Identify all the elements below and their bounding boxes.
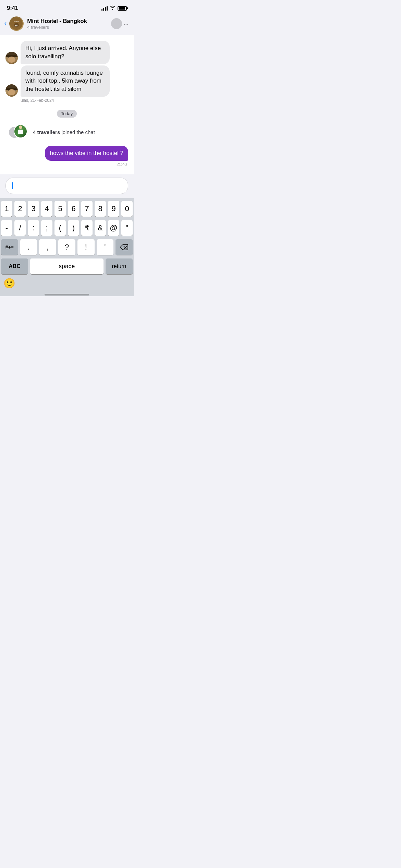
key-6[interactable]: 6	[68, 201, 79, 217]
abc-key[interactable]: ABC	[1, 258, 28, 274]
keyboard: 1 2 3 4 5 6 7 8 9 0 - / : ; ( ) ₹ & @ " …	[0, 198, 134, 276]
back-button[interactable]: ‹	[3, 19, 9, 29]
emoji-bar: 🙂	[0, 276, 134, 292]
key-hashtag[interactable]: #+=	[1, 239, 18, 255]
message-bubble-2: found, comfy cannabis lounge with roof t…	[21, 65, 110, 97]
chat-area: Hi, I just arrived. Anyone else solo tra…	[0, 35, 134, 174]
key-exclaim[interactable]: !	[77, 239, 95, 255]
joined-text: 4 travellers joined the chat	[33, 129, 95, 135]
key-9[interactable]: 9	[108, 201, 119, 217]
avatar-image: MINT M	[9, 16, 24, 31]
header-avatar[interactable]: MINT M	[9, 16, 24, 31]
key-closeparen[interactable]: )	[68, 220, 79, 236]
message-group-1: Hi, I just arrived. Anyone else solo tra…	[5, 41, 128, 64]
message-input[interactable]	[5, 178, 128, 194]
key-3[interactable]: 3	[28, 201, 39, 217]
key-period[interactable]: .	[20, 239, 37, 255]
wifi-icon	[110, 5, 116, 11]
back-chevron-icon: ‹	[4, 20, 7, 27]
table-row: Hi, I just arrived. Anyone else solo tra…	[5, 41, 128, 64]
key-rupee[interactable]: ₹	[81, 220, 93, 236]
home-indicator-area	[0, 292, 134, 296]
keyboard-row-numbers: 1 2 3 4 5 6 7 8 9 0	[1, 201, 133, 217]
home-bar	[45, 294, 89, 296]
message-bubble-1: Hi, I just arrived. Anyone else solo tra…	[21, 41, 110, 64]
key-at[interactable]: @	[108, 220, 119, 236]
message-group-2: found, comfy cannabis lounge with roof t…	[5, 65, 128, 103]
emoji-button[interactable]: 🙂	[3, 278, 15, 289]
table-row: hows the vibe in the hostel ?	[5, 146, 128, 161]
status-bar: 9:41	[0, 0, 134, 14]
date-separator: Today	[5, 110, 128, 118]
input-area	[0, 174, 134, 198]
sender-avatar-2	[5, 84, 18, 97]
return-key[interactable]: return	[106, 258, 133, 274]
key-comma[interactable]: ,	[39, 239, 56, 255]
key-slash[interactable]: /	[14, 220, 26, 236]
text-cursor	[12, 182, 13, 189]
key-semicolon[interactable]: ;	[41, 220, 52, 236]
date-badge-today: Today	[57, 110, 77, 118]
key-4[interactable]: 4	[41, 201, 52, 217]
delete-icon	[120, 244, 128, 250]
status-time: 9:41	[7, 5, 18, 12]
key-openparen[interactable]: (	[54, 220, 66, 236]
svg-text:MINT: MINT	[14, 21, 20, 23]
keyboard-row-3: #+= . , ? ! '	[1, 239, 133, 255]
key-0[interactable]: 0	[121, 201, 133, 217]
key-colon[interactable]: :	[28, 220, 39, 236]
svg-text:M: M	[15, 24, 18, 27]
key-5[interactable]: 5	[54, 201, 66, 217]
sender-avatar-1	[5, 52, 18, 64]
header-info: Mint Hostel - Bangkok 4 travellers	[27, 18, 111, 30]
outgoing-timestamp: 21:40	[5, 162, 128, 167]
key-apostrophe[interactable]: '	[97, 239, 114, 255]
status-icons	[101, 5, 127, 11]
joined-avatars	[8, 124, 29, 140]
outgoing-message-bubble: hows the vibe in the hostel ?	[45, 146, 128, 161]
joined-avatar-front	[14, 124, 27, 138]
table-row: found, comfy cannabis lounge with roof t…	[5, 65, 128, 97]
key-dash[interactable]: -	[1, 220, 12, 236]
delete-key[interactable]	[116, 239, 133, 255]
avatar-circle[interactable]	[111, 18, 122, 29]
joined-notification: 4 travellers joined the chat	[5, 124, 128, 140]
joined-count: 4 travellers	[33, 129, 60, 135]
key-2[interactable]: 2	[14, 201, 26, 217]
more-options-icon[interactable]: ···	[123, 20, 128, 28]
joined-suffix: joined the chat	[60, 129, 95, 135]
key-1[interactable]: 1	[1, 201, 12, 217]
key-quote[interactable]: "	[121, 220, 133, 236]
space-key[interactable]: space	[30, 258, 103, 274]
keyboard-row-symbols: - / : ; ( ) ₹ & @ "	[1, 220, 133, 236]
battery-icon	[118, 6, 127, 11]
message-group-outgoing: hows the vibe in the hostel ? 21:40	[5, 146, 128, 167]
chat-header: ‹ MINT M Mint Hostel - Bangkok 4 travell…	[0, 14, 134, 35]
message-timestamp-2: ulas, 21-Feb-2024	[21, 98, 128, 103]
keyboard-row-bottom: ABC space return	[1, 258, 133, 274]
chat-subtitle: 4 travellers	[27, 25, 111, 30]
key-ampersand[interactable]: &	[95, 220, 106, 236]
key-question[interactable]: ?	[58, 239, 75, 255]
header-actions: ···	[111, 18, 128, 29]
key-7[interactable]: 7	[81, 201, 93, 217]
chat-name: Mint Hostel - Bangkok	[27, 18, 111, 25]
signal-bars-icon	[101, 6, 108, 11]
key-8[interactable]: 8	[95, 201, 106, 217]
